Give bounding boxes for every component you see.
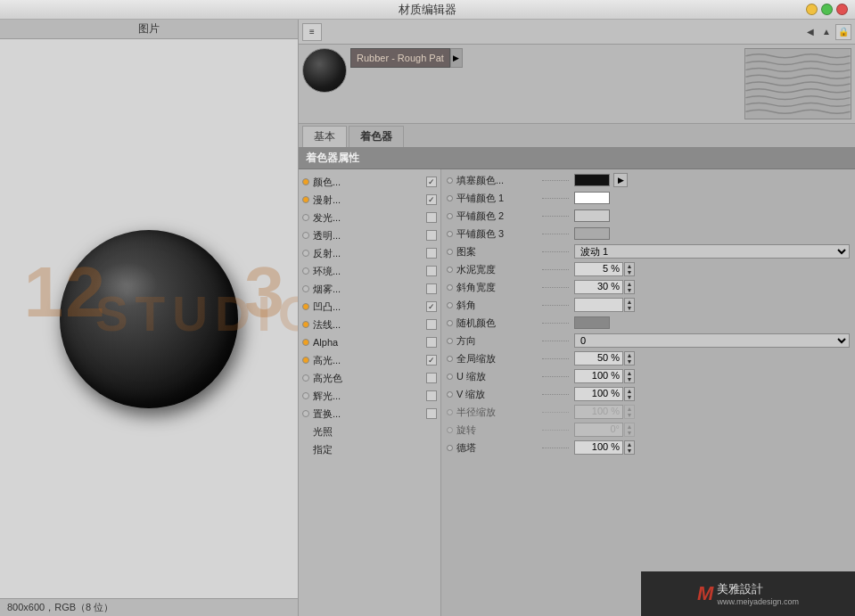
prop-label-env: 环境... (313, 265, 423, 278)
rprop-dot-global-scale (447, 356, 453, 362)
prop-dot-radiance (302, 392, 309, 399)
prop-label-diffuse: 漫射... (313, 193, 423, 207)
global-scale-spin[interactable]: ▲ ▼ (624, 351, 635, 365)
rprop-pattern: 图案 波动 1 (441, 242, 855, 260)
prop-check-glow[interactable] (426, 212, 437, 223)
window-controls (806, 4, 848, 15)
random-color-swatch[interactable] (574, 316, 610, 329)
rprop-rotation: 旋转 0° ▲ ▼ (441, 421, 855, 439)
prop-label-lighting: 光照 (313, 425, 437, 439)
prop-check-color[interactable] (426, 177, 437, 187)
ball-highlight (95, 262, 158, 307)
rprop-radius-scale: 半径缩放 100 % ▲ ▼ (441, 403, 855, 421)
prop-check-alpha[interactable] (426, 337, 437, 348)
tab-basic[interactable]: 基本 (302, 126, 347, 147)
delta-input[interactable]: 100 % (574, 440, 623, 455)
nav-up-btn[interactable]: ▲ (819, 25, 834, 39)
watermark-brand: 美雅設計 (717, 581, 799, 597)
u-scale-group: 100 % ▲ ▼ (574, 369, 635, 383)
combined-props: 颜色... 漫射... 发光... 透明... (299, 169, 855, 616)
prop-row-env: 环境... (299, 262, 440, 280)
prop-row-transparent: 透明... (299, 226, 440, 244)
rotation-input: 0° (574, 423, 623, 437)
left-panel-title: 图片 (138, 21, 160, 37)
prop-check-radiance[interactable] (426, 390, 437, 401)
watermark-text-col: 美雅設計 www.meiyadesign.com (717, 581, 799, 606)
bevel-angle-spin[interactable]: ▲ ▼ (624, 298, 635, 312)
maximize-button[interactable] (821, 4, 833, 15)
bevel-width-input[interactable]: 30 % (574, 280, 623, 294)
watermark-url: www.meiyadesign.com (717, 597, 799, 606)
rprop-v-scale: V 缩放 100 % ▲ ▼ (441, 385, 855, 403)
toolbar-btn-1[interactable]: ≡ (302, 23, 322, 41)
title-bar: 材质编辑器 (0, 0, 855, 20)
prop-check-specular[interactable] (426, 355, 437, 365)
prop-row-radiance: 辉光... (299, 387, 440, 405)
texture-preview-col (744, 48, 851, 119)
fill-color-arrow[interactable]: ▶ (613, 173, 628, 187)
prop-label-radiance: 辉光... (313, 390, 423, 403)
rprop-dot-u-scale (447, 374, 453, 380)
prop-dot-fog (302, 285, 309, 292)
rprop-bevel-width: 斜角宽度 30 % ▲ ▼ (441, 278, 855, 296)
rprop-label-rotation: 旋转 (456, 423, 537, 437)
direction-select[interactable]: 0 (574, 333, 850, 348)
prop-label-displace: 置换... (313, 407, 423, 421)
tile-color2-swatch[interactable] (574, 209, 610, 222)
watermark-numbers2: 3 (244, 251, 286, 333)
bevel-width-spin[interactable]: ▲ ▼ (624, 280, 635, 294)
wave-svg (745, 49, 851, 119)
tile-color1-swatch[interactable] (574, 192, 610, 204)
prop-label-reflect: 反射... (313, 247, 423, 260)
prop-dot-color (302, 178, 309, 185)
rprop-bevel-angle: 斜角 ▲ ▼ (441, 296, 855, 314)
rprop-dot-direction (447, 338, 453, 344)
status-bar: 800x600，RGB（8 位） (0, 598, 298, 616)
prop-check-transparent[interactable] (426, 230, 437, 241)
v-scale-spin[interactable]: ▲ ▼ (624, 387, 635, 401)
nav-left-btn[interactable]: ◀ (803, 25, 818, 39)
close-button[interactable] (836, 4, 848, 15)
bevel-angle-input[interactable] (574, 298, 623, 312)
material-name-col: Rubber - Rough Pat ▶ (350, 48, 741, 119)
prop-label-assign: 指定 (313, 443, 437, 456)
prop-dot-alpha (302, 339, 309, 346)
prop-check-specular-color[interactable] (426, 373, 437, 383)
prop-check-diffuse[interactable] (426, 194, 437, 205)
prop-label-alpha: Alpha (313, 337, 423, 348)
status-text: 800x600，RGB（8 位） (7, 601, 113, 614)
lock-btn[interactable]: 🔒 (835, 24, 851, 40)
prop-row-normal: 法线... (299, 316, 440, 333)
tab-shader[interactable]: 着色器 (349, 126, 404, 147)
rprop-dot-fill (447, 177, 453, 184)
prop-check-displace[interactable] (426, 408, 437, 419)
rprop-label-pattern: 图案 (456, 245, 537, 259)
toolbar-row: ≡ ◀ ▲ 🔒 (299, 20, 855, 45)
v-scale-input[interactable]: 100 % (574, 387, 623, 401)
rprop-u-scale: U 缩放 100 % ▲ ▼ (441, 367, 855, 385)
prop-dot-glow (302, 214, 309, 221)
minimize-button[interactable] (806, 4, 818, 15)
tile-color3-swatch[interactable] (574, 227, 610, 240)
pattern-select[interactable]: 波动 1 (574, 244, 850, 259)
prop-check-normal[interactable] (426, 319, 437, 330)
u-scale-spin[interactable]: ▲ ▼ (624, 369, 635, 383)
prop-check-fog[interactable] (426, 283, 437, 294)
rprop-direction: 方向 0 (441, 332, 855, 349)
prop-check-env[interactable] (426, 266, 437, 276)
shader-section-header: 着色器属性 (299, 148, 855, 169)
prop-check-reflect[interactable] (426, 248, 437, 259)
material-name-arrow[interactable]: ▶ (450, 48, 463, 68)
global-scale-input[interactable]: 50 % (574, 351, 623, 365)
delta-spin[interactable]: ▲ ▼ (624, 440, 635, 455)
prop-row-specular-color: 高光色 (299, 369, 440, 387)
rprop-label-bevel-angle: 斜角 (456, 299, 537, 312)
fill-color-swatch[interactable] (574, 174, 610, 186)
cement-width-input[interactable]: 5 % (574, 262, 623, 276)
prop-dot-normal (302, 321, 309, 328)
prop-dot-transparent (302, 232, 309, 239)
u-scale-input[interactable]: 100 % (574, 369, 623, 383)
bevel-angle-group: ▲ ▼ (574, 298, 635, 312)
cement-width-spin[interactable]: ▲ ▼ (624, 262, 635, 276)
prop-check-bump[interactable] (426, 301, 437, 312)
